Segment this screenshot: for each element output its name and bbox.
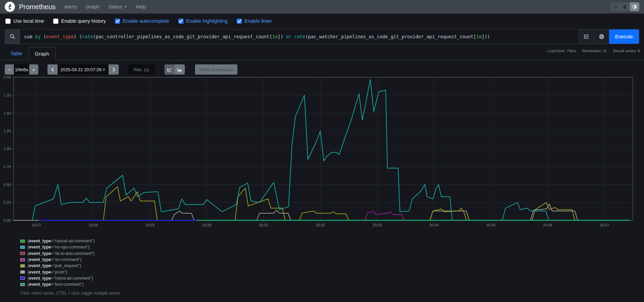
series-color-swatch <box>20 277 25 280</box>
legend-item-on-comment[interactable]: {event_type="on-comment"} <box>20 257 644 263</box>
time-series-chart[interactable]: 0.000.250.500.751.001.251.501.752.0019:5… <box>0 75 638 228</box>
series-color-swatch <box>20 270 25 274</box>
svg-text:1.25: 1.25 <box>4 129 11 133</box>
gear-icon <box>613 5 618 9</box>
legend-item-ok-to-test-comment[interactable]: {event_type="ok-to-test-comment"} <box>20 250 644 257</box>
checkbox-enable-highlighting[interactable]: Enable highlighting <box>178 18 228 24</box>
svg-text:0.50: 0.50 <box>4 183 11 187</box>
checkbox-icon <box>53 19 58 24</box>
series-label: {event_type="on-comment"} <box>27 257 81 262</box>
explain-query-button[interactable] <box>594 29 609 44</box>
series-label: {event_type="pull_request"} <box>27 263 81 268</box>
query-options-row: Use local time Enable query history Enab… <box>0 14 644 27</box>
checkbox-icon <box>5 19 11 24</box>
svg-text:19:57: 19:57 <box>32 223 41 227</box>
svg-text:19:59: 19:59 <box>145 223 155 227</box>
nav-link-graph[interactable]: Graph <box>86 4 99 9</box>
series-label: {event_type="ok-to-test-comment"} <box>27 251 95 256</box>
svg-text:20:02: 20:02 <box>316 223 325 227</box>
checkbox-icon <box>178 19 183 24</box>
legend-item-no-ops-comment[interactable]: {event_type="no-ops-comment"} <box>20 244 644 250</box>
svg-text:0.75: 0.75 <box>4 165 11 169</box>
contrast-icon <box>632 4 637 9</box>
stacked-chart-button[interactable] <box>175 64 185 75</box>
app-title: Prometheus <box>19 3 56 11</box>
graph-panel[interactable]: 0.000.250.500.751.001.251.501.752.0019:5… <box>0 75 644 230</box>
clear-time-button[interactable]: ✕ <box>102 67 106 72</box>
time-forward-button[interactable] <box>109 64 119 75</box>
svg-text:0.00: 0.00 <box>4 218 11 222</box>
metrics-explorer-button[interactable] <box>579 29 594 44</box>
svg-text:20:04: 20:04 <box>429 223 439 227</box>
metrics-explorer-icon <box>584 34 589 39</box>
theme-toggle-group <box>611 2 639 11</box>
checkbox-icon <box>115 19 120 24</box>
tab-graph[interactable]: Graph <box>28 47 56 60</box>
show-exemplars-button[interactable]: Show Exemplars <box>195 64 237 75</box>
legend-item-test-comment[interactable]: {event_type="test-comment"} <box>20 281 644 287</box>
chevron-right-icon <box>112 67 115 72</box>
load-time-stat: Load time: 74ms <box>547 49 576 53</box>
graph-controls: − + 2025-03-21 20:07:29 ✕ <box>5 64 644 75</box>
query-expression-input[interactable]: sum by (event_type) (rate(pac_controller… <box>20 29 579 44</box>
series-label: {event_type="retest-all-comment"} <box>27 276 93 281</box>
svg-text:20:01: 20:01 <box>259 223 268 227</box>
time-back-button[interactable] <box>47 64 58 75</box>
prometheus-logo-icon[interactable] <box>5 2 15 12</box>
series-label: {event_type="cancel-all-comment"} <box>27 239 95 243</box>
series-label: {event_type="no-ops-comment"} <box>27 245 90 249</box>
svg-text:0.25: 0.25 <box>4 200 11 204</box>
legend-item-retest-all-comment[interactable]: {event_type="retest-all-comment"} <box>20 275 644 281</box>
svg-text:20:03: 20:03 <box>372 223 382 227</box>
svg-text:20:07: 20:07 <box>600 223 609 227</box>
auto-contrast-button[interactable] <box>630 2 639 11</box>
checkbox-icon <box>237 19 242 24</box>
end-time-value: 2025-03-21 20:07:29 <box>60 67 101 72</box>
range-stepper: − + <box>5 64 38 75</box>
nav-link-help[interactable]: Help <box>136 4 146 9</box>
query-stats: Load time: 74ms Resolution: 2s Result se… <box>547 49 640 53</box>
resolution-input[interactable] <box>128 64 155 75</box>
settings-button[interactable] <box>611 2 620 11</box>
time-navigator: 2025-03-21 20:07:29 ✕ <box>47 64 119 75</box>
checkbox-enable-query-history[interactable]: Enable query history <box>53 18 106 24</box>
line-chart-button[interactable] <box>164 64 175 75</box>
series-color-swatch <box>20 246 25 249</box>
checkbox-enable-linter[interactable]: Enable linter <box>237 18 272 24</box>
chevron-left-icon <box>51 67 54 72</box>
end-time-input[interactable]: 2025-03-21 20:07:29 ✕ <box>58 64 109 75</box>
query-input-group: sum by (event_type) (rate(pac_controller… <box>5 29 639 44</box>
series-color-swatch <box>20 264 25 267</box>
tab-table[interactable]: Table <box>4 47 28 60</box>
checkbox-use-local-time[interactable]: Use local time <box>5 18 44 24</box>
range-duration-input[interactable] <box>14 64 29 75</box>
series-legend: {event_type="cancel-all-comment"} {event… <box>20 238 644 287</box>
svg-text:19:58: 19:58 <box>89 223 98 227</box>
svg-text:2.00: 2.00 <box>4 75 11 79</box>
legend-item-push[interactable]: {event_type="push"} <box>20 269 644 275</box>
nav-link-alerts[interactable]: Alerts <box>64 4 77 9</box>
decrease-range-button[interactable]: − <box>5 64 14 75</box>
series-label: {event_type="test-comment"} <box>27 282 84 287</box>
svg-text:20:06: 20:06 <box>543 223 552 227</box>
panel-tabs: Table Graph Load time: 74ms Resolution: … <box>0 47 644 60</box>
line-chart-icon <box>167 67 172 72</box>
globe-icon <box>599 34 604 39</box>
svg-text:1.75: 1.75 <box>4 93 11 97</box>
svg-text:20:05: 20:05 <box>486 223 495 227</box>
resolution-stat: Resolution: 2s <box>582 49 607 53</box>
series-color-swatch <box>20 283 25 286</box>
increase-range-button[interactable]: + <box>29 64 38 75</box>
series-color-swatch <box>20 252 25 255</box>
legend-item-cancel-all-comment[interactable]: {event_type="cancel-all-comment"} <box>20 238 644 244</box>
result-series-stat: Result series: 8 <box>613 49 640 53</box>
execute-button[interactable]: Execute <box>609 29 639 44</box>
series-color-swatch <box>20 240 25 243</box>
dark-mode-button[interactable] <box>620 2 630 11</box>
nav-link-status[interactable]: Status <box>108 4 127 9</box>
search-icon <box>5 29 20 44</box>
chart-type-toggle <box>164 64 185 75</box>
checkbox-enable-autocomplete[interactable]: Enable autocomplete <box>115 18 169 24</box>
svg-text:1.50: 1.50 <box>4 111 11 115</box>
legend-item-pull-request[interactable]: {event_type="pull_request"} <box>20 263 644 269</box>
